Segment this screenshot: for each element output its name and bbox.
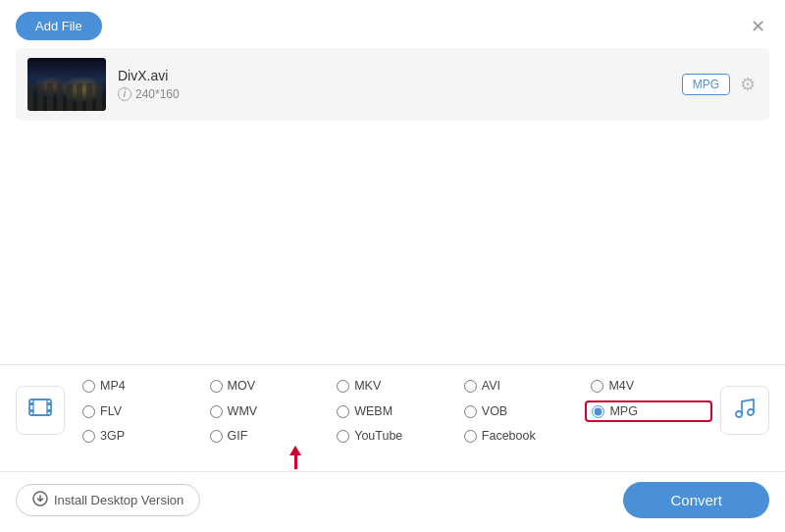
arrow-indicator-area: [0, 446, 785, 471]
action-bar: Install Desktop Version Convert: [0, 472, 785, 532]
format-radio-wmv[interactable]: [210, 405, 223, 418]
file-actions: MPG ⚙: [682, 72, 758, 97]
format-badge[interactable]: MPG: [682, 74, 730, 95]
file-list-area: DivX.avi i 240*160 MPG ⚙: [0, 48, 785, 364]
file-info: DivX.avi i 240*160: [106, 68, 682, 101]
arrow-head: [289, 446, 301, 455]
format-radio-webm[interactable]: [337, 405, 349, 418]
format-radio-mpg[interactable]: [592, 405, 604, 418]
format-radio-mov[interactable]: [210, 380, 223, 393]
add-file-button[interactable]: Add File: [16, 12, 102, 40]
svg-point-7: [736, 411, 742, 417]
format-option-youtube[interactable]: YouTube: [331, 426, 458, 446]
film-icon: [27, 395, 53, 426]
format-radio-gif[interactable]: [210, 430, 223, 443]
format-option-mkv[interactable]: MKV: [331, 375, 458, 397]
format-option-avi[interactable]: AVI: [458, 375, 586, 397]
close-button[interactable]: ✕: [747, 14, 769, 39]
svg-rect-0: [29, 399, 51, 415]
file-resolution: 240*160: [135, 87, 180, 101]
up-arrow: [289, 446, 301, 469]
format-radio-mkv[interactable]: [337, 380, 349, 393]
format-option-webm[interactable]: WEBM: [331, 400, 458, 422]
file-name: DivX.avi: [118, 68, 670, 83]
settings-button[interactable]: ⚙: [738, 72, 758, 97]
file-item: DivX.avi i 240*160 MPG ⚙: [16, 48, 769, 121]
format-radio-avi[interactable]: [464, 380, 477, 393]
format-radio-vob[interactable]: [464, 405, 477, 418]
app-window: Add File ✕ DivX.avi i 240*160 MPG ⚙: [0, 0, 785, 532]
install-desktop-button[interactable]: Install Desktop Version: [16, 484, 200, 516]
format-panel: MP4 MOV MKV AVI M4V: [0, 364, 785, 471]
format-option-facebook[interactable]: Facebook: [458, 426, 586, 446]
format-radio-3gp[interactable]: [82, 430, 95, 443]
format-radio-facebook[interactable]: [464, 430, 477, 443]
arrow-shaft: [294, 455, 297, 469]
format-radio-flv[interactable]: [82, 405, 95, 418]
format-row: MP4 MOV MKV AVI M4V: [0, 375, 785, 446]
format-option-mov[interactable]: MOV: [204, 375, 332, 397]
info-icon: i: [118, 87, 131, 101]
format-option-3gp[interactable]: 3GP: [77, 426, 204, 446]
file-meta: i 240*160: [118, 87, 670, 101]
format-option-flv[interactable]: FLV: [77, 400, 204, 422]
format-option-mp4[interactable]: MP4: [77, 375, 204, 397]
formats-grid: MP4 MOV MKV AVI M4V: [77, 375, 712, 446]
file-thumbnail: [27, 58, 106, 111]
format-radio-youtube[interactable]: [337, 430, 349, 443]
video-format-icon-area[interactable]: [16, 386, 65, 435]
format-option-gif[interactable]: GIF: [204, 426, 332, 446]
top-bar: Add File ✕: [0, 0, 785, 48]
download-icon: [32, 491, 48, 509]
format-option-vob[interactable]: VOB: [458, 400, 586, 422]
music-icon: [733, 397, 757, 425]
format-radio-m4v[interactable]: [591, 380, 603, 393]
format-option-m4v[interactable]: M4V: [585, 375, 712, 397]
audio-format-icon-area[interactable]: [720, 386, 769, 435]
format-option-mpg[interactable]: MPG: [585, 400, 712, 422]
convert-button[interactable]: Convert: [623, 482, 769, 518]
format-radio-mp4[interactable]: [82, 380, 95, 393]
format-option-wmv[interactable]: WMV: [204, 400, 332, 422]
install-label: Install Desktop Version: [54, 493, 183, 507]
